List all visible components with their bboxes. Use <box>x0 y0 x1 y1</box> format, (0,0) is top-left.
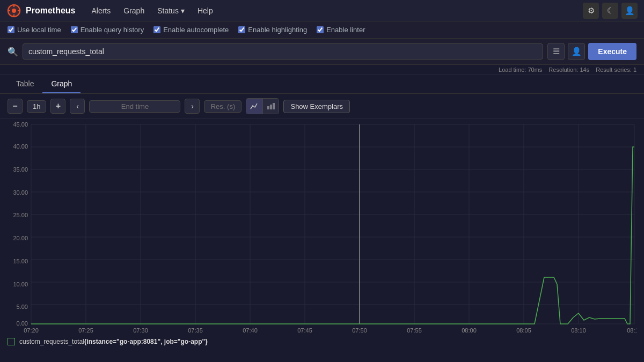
line-chart-icon <box>250 102 259 110</box>
query-options-button[interactable]: ☰ <box>547 43 565 60</box>
resolution-input[interactable] <box>204 100 241 113</box>
svg-text:5.00: 5.00 <box>17 304 28 310</box>
svg-rect-7 <box>267 106 269 109</box>
svg-text:30.00: 30.00 <box>13 189 28 196</box>
chart-area: 45.00 40.00 35.00 30.00 25.00 20.00 15.0… <box>0 119 644 334</box>
duration-plus-button[interactable]: + <box>50 99 65 114</box>
option-enable-query-history[interactable]: Enable query history <box>71 26 144 34</box>
option-enable-highlighting[interactable]: Enable highlighting <box>238 26 307 34</box>
tab-table[interactable]: Table <box>8 75 42 93</box>
svg-text:08:00: 08:00 <box>462 327 477 334</box>
end-time-input[interactable] <box>89 100 180 113</box>
svg-text:07:20: 07:20 <box>24 327 39 334</box>
checkbox-enable-query-history[interactable] <box>71 26 78 33</box>
execute-button[interactable]: Execute <box>588 43 636 60</box>
svg-text:08:05: 08:05 <box>516 327 531 334</box>
duration-value: 1h <box>27 100 46 113</box>
option-enable-linter[interactable]: Enable linter <box>317 26 365 34</box>
checkbox-enable-linter[interactable] <box>317 26 324 33</box>
svg-text:07:30: 07:30 <box>133 327 148 334</box>
tabs: Table Graph <box>0 75 644 94</box>
nav-graph[interactable]: Graph <box>118 4 150 17</box>
stacked-chart-icon <box>267 102 275 110</box>
show-exemplars-button[interactable]: Show Exemplars <box>283 100 350 113</box>
svg-text:07:35: 07:35 <box>188 327 203 334</box>
svg-text:25.00: 25.00 <box>13 212 28 218</box>
option-use-local-time[interactable]: Use local time <box>8 26 61 34</box>
brand: Prometheus <box>6 3 75 18</box>
resolution: Resolution: 14s <box>548 67 589 73</box>
nav-icons: ⚙ ☾ 👤 <box>583 3 638 19</box>
search-icon: 🔍 <box>8 47 18 57</box>
legend-label: custom_requests_total{instance="go-app:8… <box>19 338 208 345</box>
svg-text:10.00: 10.00 <box>13 281 28 287</box>
nav-status[interactable]: Status ▾ <box>152 4 190 17</box>
svg-text:08:15: 08:15 <box>627 327 636 334</box>
legend-color-swatch <box>8 338 15 345</box>
svg-text:15.00: 15.00 <box>13 258 28 264</box>
svg-text:07:40: 07:40 <box>243 327 258 334</box>
options-bar: Use local time Enable query history Enab… <box>0 21 644 39</box>
checkbox-use-local-time[interactable] <box>8 26 14 33</box>
settings-icon-button[interactable]: ⚙ <box>583 3 599 19</box>
svg-text:20.00: 20.00 <box>13 235 28 241</box>
svg-rect-10 <box>8 119 636 334</box>
svg-text:08:10: 08:10 <box>571 327 586 334</box>
query-actions: ☰ 👤 Execute <box>547 43 636 60</box>
prometheus-logo <box>6 3 21 18</box>
navbar: Prometheus Alerts Graph Status ▾ Help ⚙ … <box>0 0 644 21</box>
query-bar: 🔍 ☰ 👤 Execute <box>0 39 644 65</box>
duration-minus-button[interactable]: − <box>8 99 23 114</box>
brand-name: Prometheus <box>26 6 75 16</box>
option-enable-autocomplete[interactable]: Enable autocomplete <box>153 26 229 34</box>
query-history-button[interactable]: 👤 <box>568 43 585 60</box>
svg-point-2 <box>12 9 16 13</box>
time-prev-button[interactable]: ‹ <box>70 99 85 114</box>
svg-text:07:25: 07:25 <box>78 327 93 334</box>
svg-text:07:50: 07:50 <box>352 327 367 334</box>
svg-text:07:55: 07:55 <box>407 327 422 334</box>
result-series: Result series: 1 <box>596 67 636 73</box>
legend: custom_requests_total{instance="go-app:8… <box>0 334 644 350</box>
query-input[interactable] <box>23 43 543 60</box>
svg-rect-9 <box>273 103 275 109</box>
tab-graph[interactable]: Graph <box>42 75 80 93</box>
chart-svg: 45.00 40.00 35.00 30.00 25.00 20.00 15.0… <box>8 119 636 334</box>
status-dropdown-arrow: ▾ <box>181 6 185 15</box>
svg-text:35.00: 35.00 <box>13 166 28 173</box>
svg-text:0.00: 0.00 <box>17 320 28 327</box>
stacked-chart-button[interactable] <box>262 99 279 114</box>
user-icon-button[interactable]: 👤 <box>621 3 638 19</box>
status-bar: Load time: 70ms Resolution: 14s Result s… <box>0 65 644 75</box>
checkbox-enable-autocomplete[interactable] <box>153 26 160 33</box>
nav-alerts[interactable]: Alerts <box>86 4 116 17</box>
checkbox-enable-highlighting[interactable] <box>238 26 245 33</box>
load-time: Load time: 70ms <box>499 67 542 73</box>
theme-icon-button[interactable]: ☾ <box>602 3 618 19</box>
chart-type-buttons <box>246 98 279 114</box>
svg-text:40.00: 40.00 <box>13 143 28 150</box>
svg-rect-8 <box>270 105 272 109</box>
svg-text:07:45: 07:45 <box>297 327 312 334</box>
time-next-button[interactable]: › <box>185 99 200 114</box>
nav-help[interactable]: Help <box>192 4 218 17</box>
line-chart-button[interactable] <box>246 99 262 114</box>
nav-links: Alerts Graph Status ▾ Help <box>86 4 583 17</box>
graph-controls: − 1h + ‹ › Show Exemplars <box>0 94 644 119</box>
svg-text:45.00: 45.00 <box>13 121 28 128</box>
